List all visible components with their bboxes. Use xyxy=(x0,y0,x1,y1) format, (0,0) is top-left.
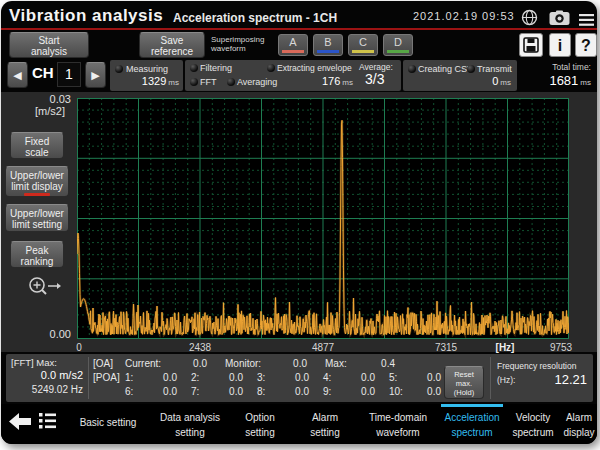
analyzer-screen: Vibration analysis Acceleration spectrum… xyxy=(1,1,597,444)
output-panel: Creating CSV Transmit 0ms xyxy=(403,60,517,91)
menu-list-icon[interactable] xyxy=(39,412,56,433)
camera-icon[interactable] xyxy=(549,10,570,30)
y-axis-min-label: 0.00 xyxy=(19,328,71,340)
limit-display-active-bar xyxy=(24,193,50,196)
page-title: Acceleration spectrum - 1CH xyxy=(173,11,337,25)
total-time: Total time: 1681ms xyxy=(519,60,593,91)
channel-next-button[interactable]: ▶ xyxy=(85,62,106,88)
averaging-led xyxy=(227,78,235,86)
filtering-led xyxy=(190,64,198,72)
panel-divider xyxy=(490,357,491,399)
superimposing-waveform-label: Superimposing waveform xyxy=(211,35,277,53)
limit-setting-button[interactable]: Upper/lower limit setting xyxy=(5,204,69,232)
y-axis-unit-label: [m/s2] xyxy=(13,105,65,117)
waveform-underline xyxy=(282,50,304,53)
fft-led xyxy=(190,78,198,86)
processing-panel: Filtering FFT Averaging Extracting envel… xyxy=(185,60,401,91)
help-icon[interactable]: ? xyxy=(575,33,597,57)
x-tick-3: 7315 xyxy=(435,342,457,353)
x-tick-1: 2438 xyxy=(189,342,211,353)
start-analysis-button[interactable]: Start analysis xyxy=(9,32,89,58)
tab-option-setting[interactable]: Optionsetting xyxy=(227,404,293,444)
measuring-led xyxy=(115,65,123,73)
measurement-info-panel: [FFT] Max: 0.0 m/s2 5249.02 Hz [OA] Curr… xyxy=(6,354,593,402)
waveform-c-button[interactable]: C xyxy=(348,34,378,56)
x-tick-2: 4877 xyxy=(312,342,334,353)
panel-divider xyxy=(88,357,89,399)
average-count: 3/3 xyxy=(365,71,384,87)
tab-basic-setting[interactable]: Basic setting xyxy=(63,404,153,444)
waveform-underline xyxy=(317,50,339,53)
datetime: 2021.02.19 09:53 xyxy=(413,10,515,22)
channel-prev-button[interactable]: ◀ xyxy=(7,62,28,88)
globe-icon[interactable] xyxy=(521,9,538,30)
tab-acceleration-spectrum[interactable]: Accelerationspectrum xyxy=(439,404,505,444)
tab-velocity-spectrum[interactable]: Velocityspectrum xyxy=(505,404,561,444)
measuring-panel: Measuring 1329ms xyxy=(110,60,183,91)
tab-alarm-display[interactable]: Alarmdisplay xyxy=(561,404,597,444)
frequency-resolution-value: 12.21 xyxy=(554,372,587,387)
tab-data-analysis-setting[interactable]: Data analysissetting xyxy=(153,404,227,444)
tab-time-domain-waveform[interactable]: Time-domainwaveform xyxy=(357,404,439,444)
app-title: Vibration analysis xyxy=(9,6,163,26)
x-axis-unit-label: [Hz] xyxy=(496,342,515,353)
y-axis-max-label: 0.03 xyxy=(19,93,71,105)
fixed-scale-button[interactable]: Fixed scale xyxy=(10,132,64,159)
channel-value: 1 xyxy=(57,62,81,87)
info-icon[interactable]: i xyxy=(549,33,571,57)
zoom-x-icon[interactable] xyxy=(27,276,61,304)
back-icon[interactable] xyxy=(9,413,31,434)
frequency-resolution-block: Frequency resolution (Hz): 12.21 xyxy=(495,356,589,400)
extracting-led xyxy=(267,64,275,72)
x-tick-0: 0 xyxy=(76,342,82,353)
reset-max-button[interactable]: Reset max. (Hold) xyxy=(444,366,484,399)
fft-max-block: [FFT] Max: 0.0 m/s2 5249.02 Hz xyxy=(9,356,85,400)
limit-display-button[interactable]: Upper/lower limit display xyxy=(5,166,69,197)
poa-row-1: [POA] 1:0.0 2:0.0 3:0.0 4:0.0 5:0.0 xyxy=(93,372,455,383)
tab-alarm-setting[interactable]: Alarmsetting xyxy=(293,404,357,444)
waveform-b-button[interactable]: B xyxy=(313,34,343,56)
header-divider xyxy=(1,28,597,30)
waveform-a-button[interactable]: A xyxy=(278,34,308,56)
screenshot-stage: Vibration analysis Acceleration spectrum… xyxy=(0,0,600,450)
poa-row-2: 6:0.0 7:0.0 8:0.0 9:0.0 10:0.0 xyxy=(93,386,455,397)
fft-max-frequency: 5249.02 Hz xyxy=(32,384,83,395)
save-reference-button[interactable]: Save reference xyxy=(139,32,205,58)
waveform-d-button[interactable]: D xyxy=(383,34,413,56)
waveform-underline xyxy=(352,50,374,53)
channel-label: CH xyxy=(32,64,54,81)
save-file-icon[interactable] xyxy=(519,33,543,57)
x-tick-4: 9753 xyxy=(550,342,572,353)
oa-row: [OA] Current:0.0 Monitor:0.0 Max:0.4 xyxy=(93,358,413,369)
waveform-underline xyxy=(387,50,409,53)
creating-csv-led xyxy=(408,65,416,73)
peak-ranking-button[interactable]: Peak ranking xyxy=(10,241,64,268)
fft-max-value: 0.0 m/s2 xyxy=(41,369,83,381)
spectrum-chart xyxy=(77,98,569,339)
transmit-led xyxy=(467,65,475,73)
